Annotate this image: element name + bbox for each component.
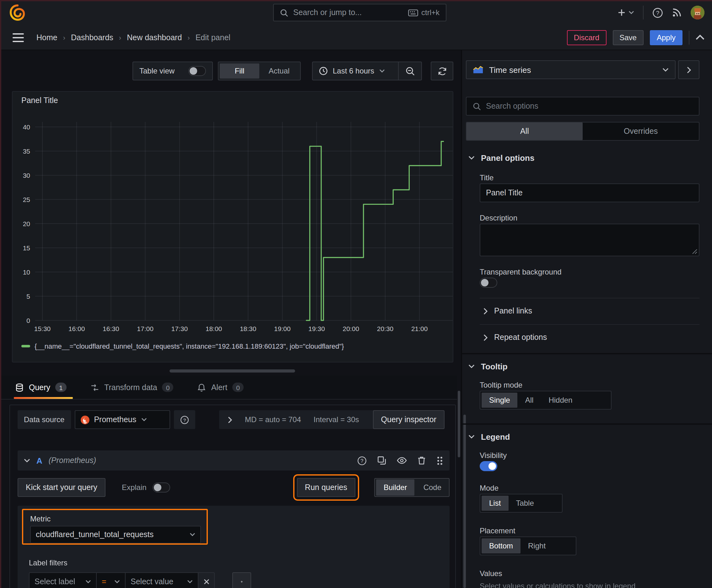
query-help-icon[interactable]: ? [357,456,367,465]
tooltip-mode-single[interactable]: Single [481,393,518,408]
search-options-input[interactable]: Search options [466,97,699,115]
zoom-out-time-button[interactable] [399,66,421,76]
time-series-panel[interactable]: Panel Title 051015202530354015:3016:0016… [12,91,453,362]
explain-toggle[interactable] [153,482,170,492]
metric-select[interactable]: cloudflared_tunnel_total_requests [30,526,201,543]
tab-alert[interactable]: Alert 0 [197,376,244,399]
svg-text:19:00: 19:00 [274,325,291,332]
remove-filter-button[interactable] [198,572,215,588]
chevron-down-icon [662,67,669,72]
main-scrollbar-thumb[interactable] [458,391,460,457]
apply-button[interactable]: Apply [650,30,683,45]
query-inspector-button[interactable]: Query inspector [373,410,445,429]
svg-text:20:00: 20:00 [343,325,360,332]
main-scrollbar[interactable] [457,50,461,588]
panel-title-input[interactable]: Panel Title [480,184,699,202]
description-textarea[interactable] [480,224,699,256]
placement-label: Placement [480,526,515,535]
tooltip-section-header[interactable]: Tooltip [468,362,508,371]
builder-option[interactable]: Builder [376,479,415,496]
select-value-dropdown[interactable]: Select value [126,572,198,588]
drag-handle-icon[interactable] [436,456,443,465]
duplicate-query-icon[interactable] [377,456,386,465]
tab-query[interactable]: Query 1 [15,376,67,399]
query-ref-id[interactable]: A [37,456,42,465]
data-source-picker[interactable]: Prometheus [74,410,170,429]
menu-toggle-button[interactable] [13,33,24,42]
operator-dropdown[interactable]: = [97,572,126,588]
tab-all[interactable]: All [467,123,583,140]
chevron-down-icon [468,364,475,369]
save-button[interactable]: Save [612,30,644,45]
panel-resize-handle[interactable] [170,370,295,373]
add-new-button[interactable] [617,8,634,17]
global-search-input[interactable]: Search or jump to... ctrl+k [273,4,447,21]
user-avatar[interactable] [691,6,705,19]
tooltip-mode-all[interactable]: All [518,393,541,408]
delete-query-trash-icon[interactable] [417,456,426,465]
discard-button[interactable]: Discard [567,30,606,45]
legend-mode-table[interactable]: Table [508,496,541,511]
query-row-header[interactable]: A (Prometheus) ? [18,450,450,470]
svg-text:18:30: 18:30 [240,325,257,332]
transform-count-badge: 0 [162,383,174,392]
table-view-toggle[interactable] [188,66,206,76]
keyboard-icon [408,9,418,16]
placement-right[interactable]: Right [520,538,553,553]
panel-links-section-header[interactable]: Panel links [483,307,532,315]
add-filter-button[interactable] [232,572,251,588]
refresh-button[interactable] [431,62,453,80]
chart-legend[interactable]: {__name__="cloudflared_tunnel_total_requ… [21,342,344,350]
chevron-down-icon [468,156,475,160]
sidebar-scrollbar-thumb[interactable] [463,415,466,588]
data-source-help-button[interactable]: ? [174,410,195,429]
breadcrumb: Home › Dashboards › New dashboard › Edit… [37,33,231,42]
run-queries-button[interactable]: Run queries [297,478,355,497]
legend-mode-list[interactable]: List [481,496,508,511]
tab-overrides[interactable]: Overrides [583,123,699,140]
svg-text:25: 25 [23,196,30,203]
tooltip-mode-hidden[interactable]: Hidden [541,393,580,408]
stat-max-data-points: MD = auto = 704 [245,415,301,424]
breadcrumb-dashboards[interactable]: Dashboards [71,33,113,42]
chevron-down-icon [141,418,147,422]
transparent-background-toggle[interactable] [480,278,497,288]
table-view-control: Table view [132,62,213,80]
legend-section-header[interactable]: Legend [468,432,510,442]
close-icon [203,579,209,585]
description-label: Description [480,214,517,223]
repeat-options-section-header[interactable]: Repeat options [483,333,547,342]
actual-option[interactable]: Actual [259,63,299,79]
query-actions-row: Kick start your query Explain Run querie… [18,478,450,497]
collapse-options-pane-button[interactable] [678,60,699,79]
news-rss-button[interactable] [672,7,682,18]
chevron-right-icon[interactable] [228,416,232,423]
tab-transform-data[interactable]: Transform data 0 [90,376,174,399]
builder-code-switch: Builder Code [374,478,450,497]
code-option[interactable]: Code [416,479,449,496]
svg-text:16:30: 16:30 [103,325,119,332]
repeat-options-heading: Repeat options [494,333,547,342]
select-label-dropdown[interactable]: Select label [29,572,97,588]
time-range-picker[interactable]: Last 6 hours [313,62,399,80]
svg-text:17:30: 17:30 [171,325,188,332]
collapse-header-chevron-up-icon[interactable] [696,35,705,40]
table-view-label: Table view [139,67,175,76]
grafana-logo-icon[interactable] [9,4,26,21]
panel-title: Panel Title [21,96,58,105]
visualization-picker[interactable]: Time series [466,60,675,79]
toggle-visibility-eye-icon[interactable] [397,457,407,464]
legend-visibility-toggle[interactable] [480,461,497,471]
fill-option[interactable]: Fill [220,63,259,79]
top-edge-artifact [0,0,712,1]
breadcrumb-new-dashboard[interactable]: New dashboard [127,33,182,42]
textarea-resize-handle[interactable] [692,249,697,254]
placement-bottom[interactable]: Bottom [481,538,520,553]
help-button[interactable]: ? [652,7,663,18]
chevron-down-icon[interactable] [24,458,30,463]
panel-options-section-header[interactable]: Panel options [468,153,534,163]
breadcrumb-home[interactable]: Home [37,33,58,42]
metric-label: Metric [30,514,50,523]
select-label-placeholder: Select label [35,577,75,586]
kick-start-query-button[interactable]: Kick start your query [18,478,106,497]
